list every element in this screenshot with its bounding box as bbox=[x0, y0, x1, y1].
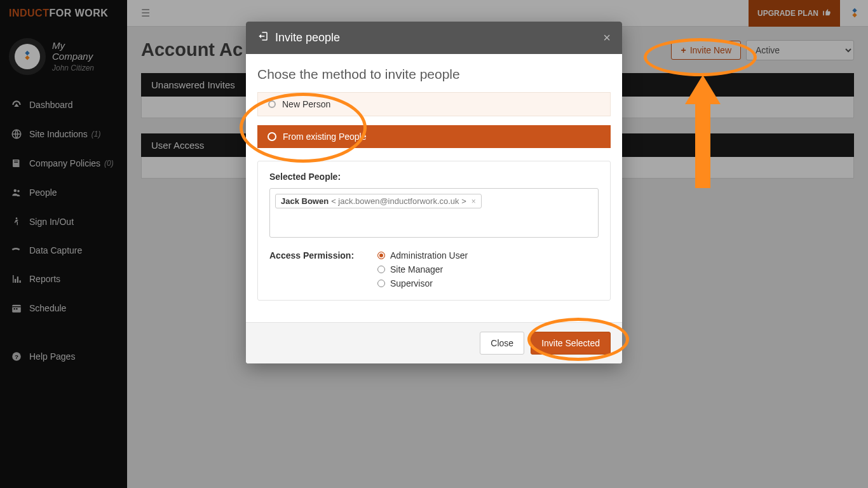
enter-icon bbox=[257, 30, 269, 45]
chip-remove-icon[interactable]: × bbox=[471, 197, 476, 206]
perm-site-manager-option[interactable]: Site Manager bbox=[377, 264, 468, 274]
invite-people-modal: Invite people × Chose the method to invi… bbox=[246, 22, 622, 363]
close-icon[interactable]: × bbox=[603, 30, 611, 45]
radio-icon bbox=[377, 252, 385, 259]
invite-selected-button[interactable]: Invite Selected bbox=[531, 332, 611, 355]
option-label: New Person bbox=[282, 99, 330, 109]
selected-people-input[interactable]: Jack Bowen < jack.bowen@inductforwork.co… bbox=[269, 188, 599, 238]
modal-header: Invite people × bbox=[246, 22, 622, 54]
perm-option-label: Supervisor bbox=[390, 278, 433, 288]
selected-people-label: Selected People: bbox=[269, 172, 599, 182]
option-label: From existing People bbox=[283, 132, 367, 142]
option-new-person[interactable]: New Person bbox=[257, 92, 611, 116]
radio-icon bbox=[377, 280, 385, 287]
radio-icon bbox=[377, 266, 385, 273]
perm-option-label: Administration User bbox=[390, 250, 468, 261]
modal-title-text: Invite people bbox=[275, 31, 340, 44]
perm-admin-option[interactable]: Administration User bbox=[377, 250, 468, 261]
access-permission-label: Access Permission: bbox=[269, 250, 377, 288]
chip-email: < jack.bowen@inductforwork.co.uk > bbox=[331, 196, 466, 206]
radio-icon bbox=[268, 100, 276, 108]
invite-form: Selected People: Jack Bowen < jack.bowen… bbox=[257, 161, 611, 301]
close-button[interactable]: Close bbox=[480, 332, 524, 355]
radio-icon bbox=[268, 132, 276, 141]
person-chip[interactable]: Jack Bowen < jack.bowen@inductforwork.co… bbox=[275, 194, 482, 208]
perm-supervisor-option[interactable]: Supervisor bbox=[377, 278, 468, 288]
modal-subtitle: Chose the method to invite people bbox=[257, 67, 611, 82]
option-from-existing[interactable]: From existing People bbox=[257, 125, 611, 148]
modal-footer: Close Invite Selected bbox=[246, 322, 622, 363]
perm-option-label: Site Manager bbox=[390, 264, 443, 274]
chip-name: Jack Bowen bbox=[281, 196, 329, 206]
